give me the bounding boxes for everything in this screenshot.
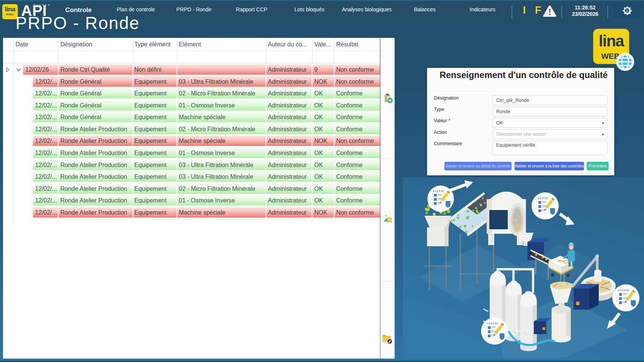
svg-text:!: ! (548, 7, 551, 17)
